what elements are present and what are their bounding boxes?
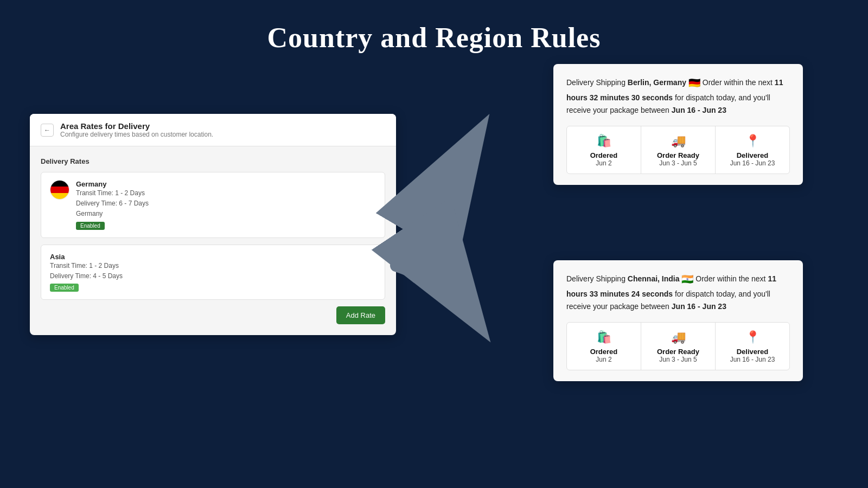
india-delivery-text: Delivery Shipping Chennai, India 🇮🇳 Orde… [566,271,790,313]
asia-status-badge: Enabled [50,284,79,292]
admin-body: Delivery Rates Germany Transit Time: 1 -… [30,146,396,335]
india-delivered-icon: 📍 [721,330,784,344]
india-step-ordered: 🛍️ Ordered Jun 2 [567,323,641,370]
germany-status-badge: Enabled [76,222,105,230]
order-ready-icon: 🚚 [647,134,710,148]
admin-subtitle: Configure delivery times based on custom… [60,131,213,138]
germany-flag [50,180,69,200]
india-step-ready: 🚚 Order Ready Jun 3 - Jun 5 [641,323,716,370]
india-delivery-card: Delivery Shipping Chennai, India 🇮🇳 Orde… [553,260,803,381]
germany-step-ready: 🚚 Order Ready Jun 3 - Jun 5 [641,126,716,174]
germany-region: Germany [76,209,149,219]
germany-delivery: Delivery Time: 6 - 7 Days [76,198,149,209]
india-flag-emoji: 🇮🇳 [681,274,693,285]
admin-header: ← Area Rates for Delivery Configure deli… [30,114,396,146]
asia-rate-card[interactable]: Asia Transit Time: 1 - 2 Days Delivery T… [41,245,385,300]
delivered-label: Delivered [721,151,784,159]
delivered-date: Jun 16 - Jun 23 [721,159,784,167]
add-rate-button[interactable]: Add Rate [336,306,385,324]
ordered-label: Ordered [572,151,635,159]
india-step-delivered: 📍 Delivered Jun 16 - Jun 23 [716,323,789,370]
india-order-ready-icon: 🚚 [647,330,710,344]
india-order-ready-date: Jun 3 - Jun 5 [647,356,710,363]
india-location: Chennai, India [628,274,682,283]
asia-region: Asia [50,253,376,261]
germany-step-delivered: 📍 Delivered Jun 16 - Jun 23 [716,126,789,174]
india-date-range: Jun 16 - Jun 23 [672,302,726,311]
asia-transit: Transit Time: 1 - 2 Days [50,261,376,271]
section-label: Delivery Rates [41,157,385,165]
india-steps-row: 🛍️ Ordered Jun 2 🚚 Order Ready Jun 3 - J… [566,322,790,370]
ordered-date: Jun 2 [572,159,635,167]
india-delivered-label: Delivered [721,348,784,356]
germany-delivery-card: Delivery Shipping Berlin, Germany 🇩🇪 Ord… [553,64,803,185]
germany-delivery-text: Delivery Shipping Berlin, Germany 🇩🇪 Ord… [566,75,790,117]
germany-location: Berlin, Germany [628,78,688,87]
germany-rate-info: Germany Transit Time: 1 - 2 Days Deliver… [76,180,149,230]
germany-prefix: Delivery Shipping [566,78,626,87]
india-ordered-date: Jun 2 [572,356,635,363]
order-ready-label: Order Ready [647,151,710,159]
page-title: Country and Region Rules [0,0,868,54]
india-order-ready-label: Order Ready [647,348,710,356]
germany-flag-emoji: 🇩🇪 [688,78,700,88]
india-ordered-icon: 🛍️ [572,330,635,344]
delivered-icon: 📍 [721,134,784,148]
admin-title-group: Area Rates for Delivery Configure delive… [60,121,213,138]
india-delivered-date: Jun 16 - Jun 23 [721,356,784,363]
germany-steps-row: 🛍️ Ordered Jun 2 🚚 Order Ready Jun 3 - J… [566,126,790,174]
germany-date-range: Jun 16 - Jun 23 [672,106,726,114]
back-button[interactable]: ← [41,124,54,137]
india-ordered-label: Ordered [572,348,635,356]
germany-order-text: Order within the next [703,78,775,87]
germany-country: Germany [76,180,149,188]
india-prefix: Delivery Shipping [566,274,626,283]
india-order-text: Order within the next [695,274,768,283]
admin-panel: ← Area Rates for Delivery Configure deli… [30,114,396,335]
germany-transit: Transit Time: 1 - 2 Days [76,188,149,198]
asia-delivery: Delivery Time: 4 - 5 Days [50,271,376,281]
order-ready-date: Jun 3 - Jun 5 [647,159,710,167]
admin-title: Area Rates for Delivery [60,121,213,131]
germany-rate-card[interactable]: Germany Transit Time: 1 - 2 Days Deliver… [41,172,385,238]
germany-step-ordered: 🛍️ Ordered Jun 2 [567,126,641,174]
ordered-icon: 🛍️ [572,134,635,148]
